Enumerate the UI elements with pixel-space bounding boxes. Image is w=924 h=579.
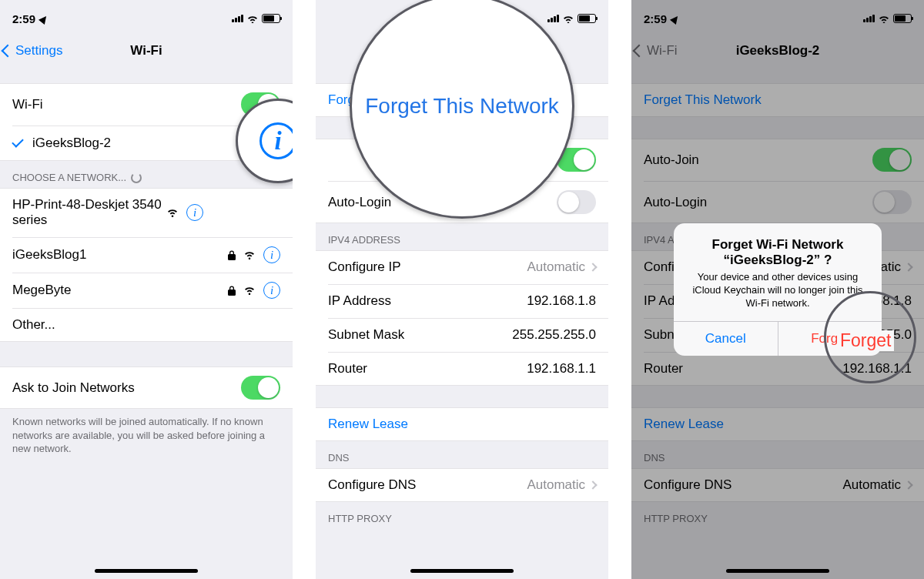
home-indicator[interactable]	[410, 569, 514, 573]
chevron-right-icon	[588, 263, 597, 271]
wifi-icon	[243, 250, 256, 259]
spinner-icon	[131, 172, 142, 183]
auto-login-toggle[interactable]	[557, 190, 596, 214]
router-value: 192.168.1.1	[527, 361, 596, 377]
ask-join-toggle[interactable]	[241, 376, 280, 400]
home-indicator[interactable]	[726, 569, 829, 573]
router-label: Router	[328, 361, 527, 377]
dns-header: DNS	[316, 441, 608, 468]
wifi-icon	[243, 286, 256, 295]
configure-ip-label: Configure IP	[328, 259, 527, 275]
wifi-label: Wi-Fi	[12, 97, 241, 112]
renew-lease-row[interactable]: Renew Lease	[316, 407, 608, 441]
wifi-icon	[562, 14, 574, 23]
alert-message: Your device and other devices using iClo…	[686, 271, 869, 310]
configure-dns-value: Automatic	[527, 477, 585, 493]
network-name: MegeByte	[12, 283, 228, 298]
location-icon	[38, 13, 49, 24]
ask-join-footer: Known networks will be joined automatica…	[0, 409, 293, 467]
forget-alert: Forget Wi-Fi Network “iGeeksBlog-2” ? Yo…	[674, 223, 882, 356]
wifi-icon	[246, 14, 259, 23]
cell-signal-icon	[547, 15, 559, 22]
ask-join-row: Ask to Join Networks	[0, 366, 293, 409]
info-icon[interactable]: i	[263, 246, 280, 263]
configure-ip-value: Automatic	[527, 259, 585, 275]
subnet-row: Subnet Mask 255.255.255.0	[316, 318, 608, 352]
info-icon[interactable]: i	[263, 282, 280, 299]
wifi-settings-screen: 2:59 Settings Wi-Fi Wi-Fi iGeeksBlog-2 i…	[0, 0, 293, 579]
ip-value: 192.168.1.8	[527, 293, 596, 309]
other-label: Other...	[12, 317, 280, 333]
network-row[interactable]: iGeeksBlog1 i	[0, 237, 293, 273]
forget-confirm-screen: 2:59 Wi-Fi iGeeksBlog-2 Forget This Netw…	[631, 0, 924, 579]
alert-title: Forget Wi-Fi Network “iGeeksBlog-2” ?	[686, 237, 869, 268]
chevron-right-icon	[588, 480, 597, 489]
battery-icon	[262, 14, 280, 23]
other-network-row[interactable]: Other...	[0, 308, 293, 342]
subnet-value: 255.255.255.0	[512, 327, 596, 343]
nav-title: Wi-Fi	[130, 43, 162, 59]
home-indicator[interactable]	[95, 569, 198, 573]
network-row[interactable]: MegeByte i	[0, 273, 293, 308]
checkmark-icon	[12, 136, 24, 148]
alert-forget-button[interactable]: Forget	[778, 322, 882, 356]
lock-icon	[228, 286, 236, 296]
ipv4-header: IPV4 ADDRESS	[316, 223, 608, 250]
network-detail-screen: og-2 Forget This Network Auto-Login IPV4…	[316, 0, 608, 579]
callout-forget-network: Forget This Network	[350, 0, 574, 219]
nav-bar: Settings Wi-Fi	[0, 34, 293, 68]
info-icon[interactable]: i	[186, 204, 203, 221]
network-name: HP-Print-48-Deskjet 3540 series	[12, 197, 166, 228]
lock-icon	[228, 250, 236, 260]
router-row: Router 192.168.1.1	[316, 352, 608, 386]
wifi-icon	[166, 208, 179, 217]
ip-address-row: IP Address 192.168.1.8	[316, 284, 608, 318]
renew-lease-label: Renew Lease	[328, 417, 408, 432]
status-bar: 2:59	[0, 0, 293, 34]
configure-dns-row[interactable]: Configure DNS Automatic	[316, 468, 608, 502]
configure-ip-row[interactable]: Configure IP Automatic	[316, 250, 608, 284]
alert-cancel-button[interactable]: Cancel	[674, 322, 778, 356]
cell-signal-icon	[232, 15, 243, 22]
battery-icon	[578, 14, 596, 23]
ip-label: IP Address	[328, 293, 527, 309]
subnet-label: Subnet Mask	[328, 327, 512, 343]
ask-join-label: Ask to Join Networks	[12, 380, 241, 396]
network-name: iGeeksBlog1	[12, 247, 228, 263]
connected-network-name: iGeeksBlog-2	[32, 136, 242, 151]
proxy-header: HTTP PROXY	[316, 502, 608, 529]
network-row[interactable]: HP-Print-48-Deskjet 3540 series i	[0, 188, 293, 237]
configure-dns-label: Configure DNS	[328, 477, 527, 493]
chevron-left-icon	[2, 45, 15, 58]
nav-back-label: Settings	[15, 43, 62, 59]
status-time: 2:59	[12, 12, 35, 25]
nav-back-button[interactable]: Settings	[3, 43, 62, 59]
